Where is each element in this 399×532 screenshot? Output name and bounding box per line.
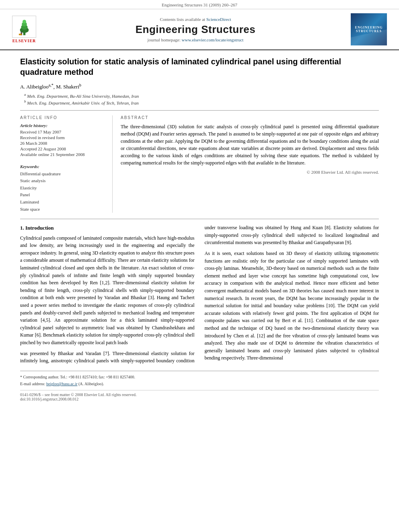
intro-para-1: Cylindrical panels composed of laminated… xyxy=(20,234,195,347)
authors-line: A. Alibeiglooa,*, M. Shakerib xyxy=(20,83,379,90)
sciencedirect-link[interactable]: ScienceDirect xyxy=(206,17,231,22)
email-link[interactable]: beigloo@basu.ac.ir xyxy=(46,382,78,386)
abstract-text: The three-dimensional (3D) solution for … xyxy=(121,123,379,166)
received-date: Received 17 May 2007 xyxy=(20,129,106,134)
keyword-1: Differential quadrature xyxy=(20,170,106,178)
abstract-label: ABSTRACT xyxy=(121,115,379,120)
elsevier-tree-logo xyxy=(12,16,36,38)
accepted-date: Accepted 22 August 2008 xyxy=(20,146,106,151)
journal-citation: Engineering Structures 31 (2009) 260–267 xyxy=(162,2,237,7)
footnote-2: E-mail address: beigloo@basu.ac.ir (A. A… xyxy=(20,381,379,387)
body-divider xyxy=(20,219,379,219)
keyword-2: Static analysis xyxy=(20,177,106,185)
elsevier-logo-area: ELSEVIER xyxy=(12,16,40,43)
header-divider xyxy=(20,110,379,111)
journal-homepage: journal homepage: www.elsevier.com/locat… xyxy=(40,37,351,42)
keyword-5: Laminated xyxy=(20,199,106,206)
revised-date: 26 March 2008 xyxy=(20,141,106,146)
svg-point-5 xyxy=(21,31,22,33)
affiliation-a: a Meh. Eng. Department, Bu-Ali Sina Univ… xyxy=(24,92,379,99)
footnote-1: * Corresponding author. Tel.: +98 811 82… xyxy=(20,374,379,380)
journal-title: Engineering Structures xyxy=(40,23,351,36)
bottom-bar: 0141-0296/$ – see front matter © 2008 El… xyxy=(20,390,379,401)
article-title: Elasticity solution for static analysis … xyxy=(20,56,379,77)
elsevier-brand: ELSEVIER xyxy=(12,39,36,43)
keyword-6: State space xyxy=(20,206,106,213)
keyword-3: Elasticity xyxy=(20,185,106,192)
intro-heading: 1. Introduction xyxy=(20,224,195,232)
keywords-list: Differential quadrature Static analysis … xyxy=(20,170,106,213)
svg-point-4 xyxy=(22,20,26,23)
journal-header-center: Contents lists available at ScienceDirec… xyxy=(40,17,351,42)
svg-rect-7 xyxy=(19,33,21,35)
journal-logo-right: ENGINEERINGSTRUCTURES xyxy=(351,13,387,45)
footnotes-section: * Corresponding author. Tel.: +98 811 82… xyxy=(20,371,379,387)
top-bar: Engineering Structures 31 (2009) 260–267 xyxy=(0,0,399,9)
sciencedirect-line: Contents lists available at ScienceDirec… xyxy=(40,17,351,22)
article-info-col: ARTICLE INFO Article history: Received 1… xyxy=(20,115,113,213)
author-1: A. Alibeigloo xyxy=(20,84,49,90)
homepage-link[interactable]: www.elsevier.com/locate/engstruct xyxy=(182,37,244,42)
copyright-line: © 2008 Elsevier Ltd. All rights reserved… xyxy=(121,170,379,175)
keyword-4: Panel xyxy=(20,191,106,199)
page-wrapper: Engineering Structures 31 (2009) 260–267 xyxy=(0,0,399,409)
affiliation-b: b Mech. Eng. Department, Amirkabir Univ.… xyxy=(24,99,379,105)
author-2-superscript: b xyxy=(79,83,81,87)
abstract-col: ABSTRACT The three-dimensional (3D) solu… xyxy=(121,115,379,213)
history-label: Article history: xyxy=(20,123,106,128)
available-date: Available online 21 September 2008 xyxy=(20,152,106,157)
author-1-superscript: a,* xyxy=(49,83,53,87)
elsevier-logo: ELSEVIER xyxy=(12,16,36,43)
author-2: M. Shakeri xyxy=(56,84,79,90)
article-content: Elasticity solution for static analysis … xyxy=(0,50,399,409)
doi-text: doi:10.1016/j.engstruct.2008.08.012 xyxy=(20,397,379,401)
journal-header: ELSEVIER Contents lists available at Sci… xyxy=(0,9,399,50)
intro-para-3: As it is seen, exact solutions based on … xyxy=(205,250,379,362)
license-text: 0141-0296/$ – see front matter © 2008 El… xyxy=(20,392,379,397)
keywords-label: Keywords: xyxy=(20,164,106,169)
article-meta-section: ARTICLE INFO Article history: Received 1… xyxy=(20,115,379,213)
article-info-label: ARTICLE INFO xyxy=(20,115,106,120)
revised-label: Received in revised form xyxy=(20,135,106,140)
body-content: 1. Introduction Cylindrical panels compo… xyxy=(20,224,379,365)
